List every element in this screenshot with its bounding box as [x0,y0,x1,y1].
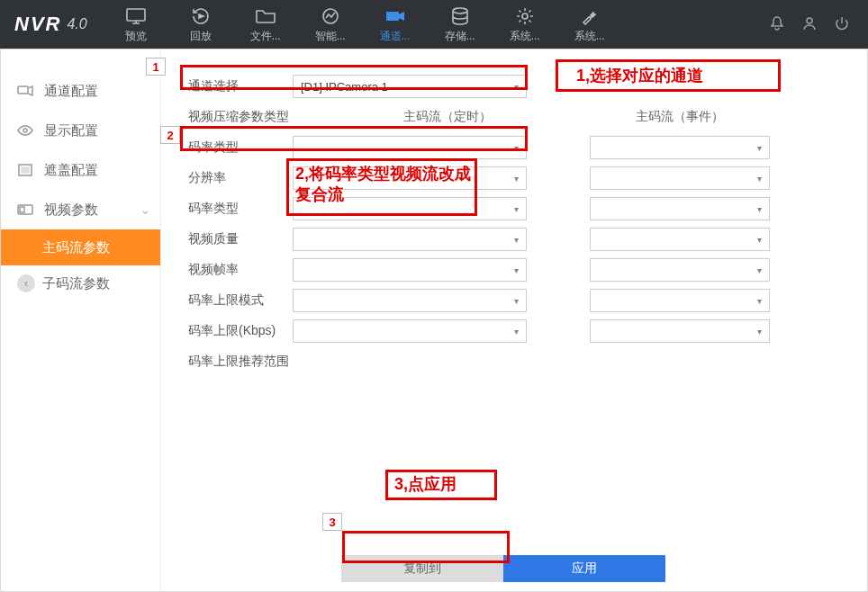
logo-version: 4.0 [67,16,86,32]
svg-point-3 [453,8,467,13]
logo-title: NVR [14,13,61,36]
svg-rect-0 [127,9,145,21]
label-bitrate-type: 码率类型 [188,201,293,217]
mask-icon [17,164,33,176]
nav-maintenance[interactable]: 系统... [561,5,619,44]
folder-icon [256,5,276,27]
select-bitrate-mode-1[interactable]: ▾ [293,289,527,312]
video-params-icon [17,204,33,215]
select-bitrate-kbps-2[interactable]: ▾ [590,319,770,343]
svg-point-7 [23,129,27,132]
sidebar-sub-main-stream[interactable]: 主码流参数 [1,229,160,265]
nav-files[interactable]: 文件... [237,5,294,44]
database-icon [451,5,469,27]
playback-icon [191,5,211,27]
label-compress-type: 视频压缩参数类型 [188,109,368,125]
nav-storage[interactable]: 存储... [431,5,489,44]
select-resolution-2[interactable]: ▾ [590,166,770,190]
caret-down-icon: ▾ [757,265,762,275]
sidebar: 通道配置 显示配置 遮盖配置 视频参数 ⌄ 主码流参数 ‹ 子码流参数 [1,49,161,591]
caret-down-icon: ▾ [514,174,519,184]
svg-rect-9 [22,167,29,173]
chevron-down-icon: ⌄ [140,202,151,218]
label-channel: 通道选择 [188,78,293,94]
copy-button[interactable]: 复制到 [341,555,503,582]
bell-icon[interactable] [769,15,785,34]
eye-icon [17,125,33,136]
caret-down-icon: ▾ [757,235,762,245]
label-quality: 视频质量 [188,231,293,247]
power-icon[interactable] [834,15,850,34]
nav-smart[interactable]: 智能... [302,5,359,44]
content: 通道选择 [D1] IPCamera 1 ▾ 视频压缩参数类型 主码流（定时） … [161,49,867,591]
label-bitrate-range: 码率上限推荐范围 [188,354,368,370]
svg-rect-11 [20,207,24,212]
svg-rect-6 [18,86,28,94]
sidebar-item-channel-config[interactable]: 通道配置 [1,71,160,111]
select-bitrate-type-1[interactable]: ▾ [293,197,527,220]
back-icon: ‹ [17,274,35,292]
caret-down-icon: ▾ [514,235,519,245]
select-resolution-1[interactable]: ▾ [293,166,527,190]
caret-down-icon: ▾ [514,82,519,92]
analytics-icon [321,5,339,27]
col-header-scheduled: 主码流（定时） [368,109,527,125]
gear-icon [516,5,534,27]
select-bitrate-type-2[interactable]: ▾ [590,197,770,220]
nav-preview[interactable]: 预览 [107,5,165,44]
svg-rect-2 [386,12,399,21]
label-stream-type: 码率类型 [188,139,293,156]
topbar-right [769,15,868,34]
nav-channel[interactable]: 通道... [366,5,424,44]
col-header-event: 主码流（事件） [590,109,770,125]
camera-icon [385,5,405,27]
svg-point-4 [522,13,528,19]
channel-config-icon [17,85,33,97]
caret-down-icon: ▾ [757,174,762,184]
apply-button[interactable]: 应用 [503,555,665,582]
wrench-icon [581,5,599,27]
label-resolution: 分辨率 [188,170,293,186]
sidebar-item-video-params[interactable]: 视频参数 ⌄ [1,190,160,229]
caret-down-icon: ▾ [514,296,519,306]
select-framerate-1[interactable]: ▾ [293,258,527,282]
select-bitrate-mode-2[interactable]: ▾ [590,289,770,312]
caret-down-icon: ▾ [757,296,762,306]
caret-down-icon: ▾ [757,204,762,214]
select-quality-1[interactable]: ▾ [293,228,527,251]
caret-down-icon: ▾ [757,143,762,153]
user-icon[interactable] [801,15,818,34]
topbar: NVR 4.0 预览 回放 文件... 智能... 通道... 存储... 系 [0,0,868,49]
monitor-icon [126,5,146,27]
bottom-buttons: 复制到 应用 [341,555,665,582]
nav-playback[interactable]: 回放 [172,5,230,44]
nav-system[interactable]: 系统... [496,5,554,44]
caret-down-icon: ▾ [757,327,762,336]
select-quality-2[interactable]: ▾ [590,228,770,251]
label-framerate: 视频帧率 [188,262,293,278]
sidebar-sub-sub-stream[interactable]: ‹ 子码流参数 [1,265,160,301]
topnav: 预览 回放 文件... 智能... 通道... 存储... 系统... 系统. [107,5,619,44]
select-stream-type-1[interactable]: ▾ [293,136,527,159]
sidebar-item-mask-config[interactable]: 遮盖配置 [1,150,160,190]
svg-point-5 [807,18,812,23]
caret-down-icon: ▾ [514,204,519,214]
workarea: 通道配置 显示配置 遮盖配置 视频参数 ⌄ 主码流参数 ‹ 子码流参数 通道选择 [0,49,868,592]
sidebar-item-display-config[interactable]: 显示配置 [1,111,160,150]
select-bitrate-kbps-1[interactable]: ▾ [293,319,527,343]
label-bitrate-kbps: 码率上限(Kbps) [188,323,293,339]
select-stream-type-2[interactable]: ▾ [590,136,770,159]
caret-down-icon: ▾ [514,265,519,275]
label-bitrate-mode: 码率上限模式 [188,292,293,309]
select-framerate-2[interactable]: ▾ [590,258,770,282]
select-channel[interactable]: [D1] IPCamera 1 ▾ [293,75,527,98]
caret-down-icon: ▾ [514,143,519,153]
caret-down-icon: ▾ [514,327,519,336]
